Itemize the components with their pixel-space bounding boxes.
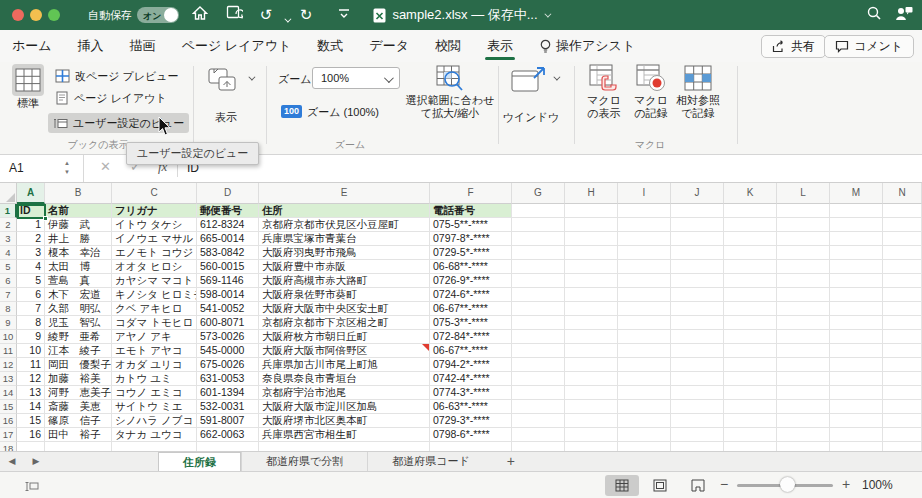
grid-cell[interactable]: [671, 302, 724, 316]
grid-cell[interactable]: 加藤 裕美: [45, 372, 112, 386]
grid-cell[interactable]: [724, 246, 777, 260]
grid-cell[interactable]: [777, 246, 830, 260]
grid-cell[interactable]: [883, 232, 922, 246]
grid-cell[interactable]: [618, 232, 671, 246]
grid-cell[interactable]: [777, 400, 830, 414]
grid-cell[interactable]: [830, 386, 883, 400]
grid-cell[interactable]: 綾野 亜希: [45, 330, 112, 344]
zoom-to-selection-button[interactable]: 選択範囲に合わせ て拡大/縮小: [402, 64, 498, 120]
grid-cell[interactable]: エノモト コウジ: [112, 246, 197, 260]
grid-cell[interactable]: [512, 330, 565, 344]
grid-cell[interactable]: [618, 400, 671, 414]
grid-cell[interactable]: 大阪府泉佐野市葵町: [259, 288, 430, 302]
grid-cell[interactable]: 京都府京都市下京区相之町: [259, 316, 430, 330]
grid-cell[interactable]: 072-84*-****: [430, 330, 512, 344]
grid-cell[interactable]: [671, 428, 724, 442]
grid-cell[interactable]: 木下 宏道: [45, 288, 112, 302]
add-sheet-button[interactable]: +: [494, 452, 528, 471]
grid-cell[interactable]: [565, 400, 618, 414]
grid-cell[interactable]: [724, 344, 777, 358]
select-all-corner[interactable]: [0, 183, 17, 204]
grid-cell[interactable]: 06-68**-****: [430, 260, 512, 274]
grid-cell[interactable]: [671, 414, 724, 428]
grid-cell[interactable]: [671, 232, 724, 246]
grid-cell[interactable]: 大阪府豊中市赤阪: [259, 260, 430, 274]
grid-cell[interactable]: [777, 372, 830, 386]
grid-cell[interactable]: [197, 442, 259, 451]
grid-cell[interactable]: [777, 204, 830, 218]
grid-cell[interactable]: 665-0014: [197, 232, 259, 246]
grid-cell[interactable]: 大阪府高槻市赤大路町: [259, 274, 430, 288]
grid-cell[interactable]: [830, 302, 883, 316]
grid-cell[interactable]: [565, 372, 618, 386]
grid-cell[interactable]: [883, 302, 922, 316]
column-header[interactable]: N: [883, 183, 922, 204]
custom-view-status-icon[interactable]: [24, 479, 39, 497]
row-header[interactable]: 4: [0, 246, 17, 260]
grid-cell[interactable]: 0729-3*-****: [430, 414, 512, 428]
grid-cell[interactable]: 600-8071: [197, 316, 259, 330]
grid-cell[interactable]: [883, 316, 922, 330]
grid-cell[interactable]: 児玉 智弘: [45, 316, 112, 330]
grid-cell[interactable]: [45, 442, 112, 451]
grid-cell[interactable]: 06-67**-****: [430, 344, 512, 358]
grid-cell[interactable]: 0774-3*-****: [430, 386, 512, 400]
record-macro-button[interactable]: マクロ の記録: [628, 64, 674, 120]
grid-cell[interactable]: [618, 302, 671, 316]
minimize-window-button[interactable]: [30, 9, 42, 21]
grid-cell[interactable]: 583-0842: [197, 246, 259, 260]
row-header[interactable]: 11: [0, 344, 17, 358]
grid-cell[interactable]: [565, 414, 618, 428]
grid-cell[interactable]: [618, 414, 671, 428]
grid-cell[interactable]: [883, 414, 922, 428]
ribbon-tab[interactable]: ホーム: [12, 30, 52, 62]
grid-cell[interactable]: [512, 428, 565, 442]
grid-cell[interactable]: 9: [17, 330, 45, 344]
share-button[interactable]: 共有: [761, 35, 826, 58]
grid-cell[interactable]: [724, 302, 777, 316]
grid-cell[interactable]: [883, 330, 922, 344]
grid-cell[interactable]: [512, 316, 565, 330]
grid-cell[interactable]: 569-1146: [197, 274, 259, 288]
grid-cell[interactable]: [512, 400, 565, 414]
row-header[interactable]: 3: [0, 232, 17, 246]
grid-cell[interactable]: 大阪府大阪市淀川区加島: [259, 400, 430, 414]
grid-cell[interactable]: 0794-2*-****: [430, 358, 512, 372]
grid-cell[interactable]: [512, 218, 565, 232]
grid-cell[interactable]: 541-0052: [197, 302, 259, 316]
grid-cell[interactable]: [565, 386, 618, 400]
column-header[interactable]: J: [671, 183, 724, 204]
grid-cell[interactable]: 岡田 優梨子: [45, 358, 112, 372]
column-header[interactable]: K: [724, 183, 777, 204]
grid-cell[interactable]: 12: [17, 372, 45, 386]
grid-cell[interactable]: [565, 246, 618, 260]
grid-cell[interactable]: [724, 218, 777, 232]
grid-cell[interactable]: [565, 428, 618, 442]
save-icon[interactable]: [224, 5, 244, 25]
ribbon-tab[interactable]: データ: [369, 30, 409, 62]
grid-cell[interactable]: [830, 414, 883, 428]
sheet-tab[interactable]: 住所録: [158, 452, 241, 471]
grid-cell[interactable]: [724, 274, 777, 288]
grid-cell[interactable]: [671, 288, 724, 302]
grid-cell[interactable]: [618, 274, 671, 288]
autosave-toggle[interactable]: オン: [137, 7, 179, 23]
sheet-tab[interactable]: 都道府県コード: [367, 452, 494, 471]
grid-cell[interactable]: 住所: [259, 204, 430, 218]
grid-cell[interactable]: [671, 274, 724, 288]
column-header[interactable]: C: [112, 183, 197, 204]
grid-cell[interactable]: [883, 204, 922, 218]
grid-cell[interactable]: [777, 442, 830, 451]
column-header[interactable]: L: [777, 183, 830, 204]
grid-cell[interactable]: 545-0000: [197, 344, 259, 358]
grid-cell[interactable]: [671, 246, 724, 260]
page-break-preview-button[interactable]: 改ページ プレビュー: [50, 66, 184, 86]
grid-cell[interactable]: [565, 302, 618, 316]
grid-cell[interactable]: [565, 442, 618, 451]
grid-cell[interactable]: [671, 344, 724, 358]
ribbon-tab[interactable]: 校閲: [435, 30, 461, 62]
grid-cell[interactable]: [777, 344, 830, 358]
grid-cell[interactable]: [830, 246, 883, 260]
grid-cell[interactable]: 河野 恵美子: [45, 386, 112, 400]
search-icon[interactable]: [864, 5, 884, 25]
